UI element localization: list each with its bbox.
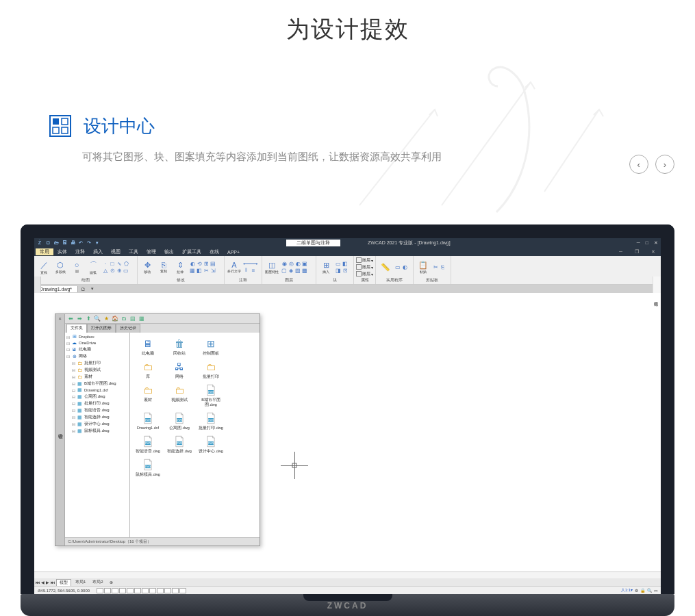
ribbon-tool[interactable]: ⊕ bbox=[116, 267, 123, 274]
sb-gear-icon[interactable]: ⚙ bbox=[635, 588, 638, 593]
ribbon-tool[interactable]: ⇕拉伸 bbox=[173, 259, 188, 274]
ribbon-tool[interactable]: ◐ bbox=[189, 260, 196, 267]
ribbon-tool[interactable]: ▭ bbox=[335, 260, 342, 267]
ribbon-tool[interactable]: ▣ bbox=[301, 260, 308, 267]
content-item[interactable]: DWG设计中心.dwg bbox=[196, 433, 226, 455]
prev-arrow-button[interactable]: ‹ bbox=[629, 155, 648, 174]
qat-print-icon[interactable]: 🖶 bbox=[70, 240, 75, 246]
command-line[interactable] bbox=[34, 572, 661, 578]
content-item[interactable]: DWG智能语音.dwg bbox=[133, 433, 163, 455]
maximize-icon[interactable]: □ bbox=[646, 240, 648, 246]
ribbon-tool[interactable]: ▭ bbox=[123, 267, 129, 274]
ribbon-tool[interactable]: ≡ bbox=[250, 267, 257, 274]
nav-back-icon[interactable]: ⬅ bbox=[67, 316, 74, 322]
folder-tree[interactable]: ⊟⊞Dropbox⊟☁OneDrive⊟🖥此电脑⊟⊕网络⊟🗀批量打印⊟🗀视频测试… bbox=[65, 333, 130, 537]
layout-nav-prev[interactable]: ◀ bbox=[41, 580, 45, 585]
content-item[interactable]: DWG批量打印.dwg bbox=[196, 410, 226, 432]
qat-save-icon[interactable]: 🖫 bbox=[62, 240, 67, 246]
content-item[interactable]: DWG鼠标模具.dwg bbox=[133, 457, 163, 478]
content-pane[interactable]: 🖥此电脑🗑回收站⊞控制面板🗀库🖧网络🗀批量打印🗀素材🗀视频测试DWGB城市平面图… bbox=[130, 333, 260, 537]
tree-item[interactable]: ⊟🗀批量打印 bbox=[66, 360, 128, 367]
ribbon-tool[interactable]: ⎘ bbox=[439, 264, 446, 270]
ribbon-tool[interactable]: ▭ bbox=[394, 264, 401, 270]
qat-open-icon[interactable]: 🗁 bbox=[53, 240, 59, 246]
qat-new-icon[interactable]: 🗋 bbox=[45, 240, 51, 246]
sb-cleanscreen-icon[interactable]: ▭ bbox=[654, 588, 658, 593]
ribbon-tool[interactable]: ◐ bbox=[294, 260, 301, 267]
ribbon-tool[interactable]: ∿ bbox=[116, 260, 123, 267]
layout-tab[interactable]: 布局2 bbox=[90, 579, 105, 585]
ribbon-tool[interactable]: ▦ bbox=[189, 267, 196, 274]
content-item[interactable]: DWGB城市平面图.dwg bbox=[196, 382, 226, 409]
ribbon-tab[interactable]: 注释 bbox=[71, 248, 89, 255]
ribbon-tool[interactable]: ◧ bbox=[196, 267, 203, 274]
qat-undo-icon[interactable]: ↶ bbox=[78, 240, 84, 246]
ribbon-dropdown[interactable]: 随层▾ bbox=[356, 257, 373, 264]
nav-fwd-icon[interactable]: ➡ bbox=[76, 316, 83, 322]
ribbon-tool[interactable]: ⊙ bbox=[109, 267, 116, 274]
ribbon-tab[interactable]: 管理 bbox=[142, 248, 160, 255]
ribbon-tab[interactable]: 视图 bbox=[107, 248, 125, 255]
tree-item[interactable]: ⊟▦公寓图.dwg bbox=[66, 394, 128, 400]
content-item[interactable]: 🗑回收站 bbox=[164, 335, 194, 357]
ribbon-tab[interactable]: APP+ bbox=[223, 250, 244, 255]
new-tab-button[interactable]: 🗋 bbox=[78, 287, 88, 292]
ribbon-tool[interactable]: ⇲ bbox=[210, 267, 216, 274]
content-item[interactable]: 🗀素材 bbox=[133, 382, 163, 409]
ribbon-tool[interactable]: ▩ bbox=[301, 267, 308, 274]
close-icon[interactable]: ✕ bbox=[654, 240, 658, 246]
ribbon-dropdown[interactable]: 随层▾ bbox=[356, 264, 373, 270]
ribbon-tool[interactable]: ▢ bbox=[281, 267, 288, 274]
ribbon-tab[interactable]: 在线 bbox=[205, 248, 223, 255]
preview-icon[interactable]: ▤ bbox=[129, 316, 136, 322]
drawing-area[interactable]: 俯视二维线框 × 设计中心 ⬅ ➡ ⬆ 🔍 ★ 🏠 bbox=[34, 293, 661, 572]
content-item[interactable]: 🗀批量打印 bbox=[196, 359, 226, 381]
ribbon-tool[interactable]: ◉ bbox=[281, 260, 288, 267]
ribbon-tool[interactable]: ⬠ bbox=[123, 260, 129, 267]
ribbon-tool[interactable]: □ bbox=[109, 260, 116, 267]
ribbon-tool[interactable]: ◧ bbox=[342, 260, 349, 267]
workspace-selector[interactable]: 二维单图与注释 bbox=[286, 240, 340, 246]
sb-zoom-icon[interactable]: 🔍 bbox=[647, 588, 652, 593]
ribbon-tool[interactable]: A多行文字 bbox=[227, 259, 242, 274]
ribbon-tool[interactable]: △ bbox=[102, 267, 109, 274]
annoscale-icon[interactable]: 人1:1▾ bbox=[621, 587, 633, 593]
views-icon[interactable]: ▦ bbox=[138, 316, 145, 322]
ribbon-tool[interactable]: ▤ bbox=[210, 260, 216, 267]
layout-nav-first[interactable]: ⏮ bbox=[36, 580, 40, 585]
drafting-toggles[interactable] bbox=[97, 588, 186, 593]
ribbon-tool[interactable]: ◐ bbox=[401, 264, 408, 270]
ribbon-tool[interactable]: ⊞插入 bbox=[318, 259, 333, 274]
palette-title-handle[interactable]: × 设计中心 bbox=[55, 314, 65, 546]
ribbon-tool[interactable]: ✂ bbox=[203, 267, 210, 274]
search-icon[interactable]: 🔍 bbox=[94, 316, 101, 322]
doc-close-icon[interactable]: ✕ bbox=[647, 249, 659, 255]
sb-lock-icon[interactable]: 🔒 bbox=[640, 588, 645, 593]
ribbon-tool[interactable]: ⟲ bbox=[196, 260, 203, 267]
ribbon-dropdown[interactable]: 随层▾ bbox=[356, 271, 373, 277]
content-item[interactable]: 🖧网络 bbox=[164, 359, 194, 381]
ribbon-tab[interactable]: 插入 bbox=[89, 248, 107, 255]
ribbon-tool[interactable]: · bbox=[102, 260, 109, 267]
ribbon-tool[interactable]: ○圆 bbox=[69, 259, 84, 274]
ribbon-tab[interactable]: 工具 bbox=[125, 248, 142, 255]
tree-item[interactable]: ⊟▦Drawing1.dxf bbox=[66, 387, 128, 394]
favorites-icon[interactable]: ★ bbox=[103, 316, 110, 322]
ribbon-tool[interactable]: ⬡多段线 bbox=[53, 259, 68, 274]
tree-item[interactable]: ⊟⊞Dropbox bbox=[66, 334, 128, 340]
tree-item[interactable]: ⊟🗀视频测试 bbox=[66, 367, 128, 374]
ribbon-tab[interactable]: 扩展工具 bbox=[178, 248, 205, 255]
ribbon-tool[interactable]: ▨ bbox=[294, 267, 301, 274]
tree-item[interactable]: ⊟▦智能选择.dwg bbox=[66, 414, 128, 421]
ribbon-tool[interactable]: ⊡ bbox=[342, 267, 349, 274]
ribbon-tool[interactable]: ／直线 bbox=[36, 259, 51, 274]
content-item[interactable]: DWG智能选择.dwg bbox=[164, 433, 194, 455]
tab-list-button[interactable]: ▾ bbox=[88, 286, 97, 292]
layout-nav-next[interactable]: ▶ bbox=[46, 580, 49, 585]
palette-tab[interactable]: 打开的图形 bbox=[87, 324, 116, 333]
content-item[interactable]: DWGDrawing1.dxf bbox=[133, 410, 163, 432]
ribbon-tool[interactable]: 📋粘贴 bbox=[416, 259, 431, 274]
content-item[interactable]: 🖥此电脑 bbox=[133, 335, 163, 357]
tree-toggle-icon[interactable]: 🗀 bbox=[121, 316, 127, 322]
content-item[interactable]: ⊞控制面板 bbox=[196, 335, 226, 357]
